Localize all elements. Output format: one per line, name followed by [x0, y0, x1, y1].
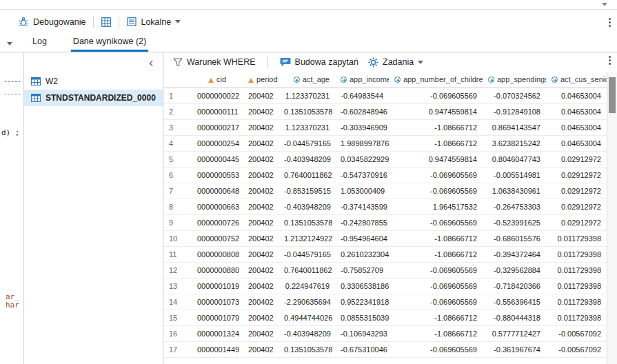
table-row[interactable]: 50000000445200402-0.4039482090.034582292…: [163, 151, 607, 167]
data-cell: 1.123370231: [279, 119, 335, 135]
where-filter-button[interactable]: Warunek WHERE: [170, 55, 259, 69]
table-row[interactable]: 1300000010192004020.2249476190.330653818…: [163, 278, 607, 294]
tasks-label: Zadania: [383, 57, 414, 67]
bug-icon: [18, 17, 29, 27]
data-cell: 0.02912972: [546, 214, 607, 230]
data-cell: 200402: [243, 119, 279, 135]
data-cell: -0.954964604: [335, 230, 389, 246]
table-row[interactable]: 110000000808200402-0.0445791650.26102323…: [163, 246, 607, 262]
data-cell: -0.069605569: [389, 294, 483, 310]
table-row[interactable]: 40000000254200402-0.0445791651.989899787…: [163, 135, 607, 151]
data-cell: -0.044579165: [279, 246, 335, 262]
column-header-app_spendings[interactable]: app_spendings: [483, 72, 546, 88]
vertical-scrollbar[interactable]: [607, 72, 617, 364]
table-row[interactable]: 300000002172004021.123370231-0.303946909…: [163, 119, 607, 135]
table-row[interactable]: 900000007262004020.1351053578-0.24280785…: [163, 214, 607, 230]
column-header-cid[interactable]: cid: [192, 72, 243, 88]
data-cell: 1.9898997876: [335, 135, 389, 151]
column-header-period[interactable]: period: [243, 72, 279, 88]
data-cell: 0.8046047743: [483, 151, 546, 167]
data-cell: -0.242807855: [335, 214, 389, 230]
local-dropdown[interactable]: Lokalne: [124, 15, 183, 29]
column-label: app_number_of_children: [403, 75, 483, 83]
column-header-act_cus_senior[interactable]: act_cus_senior: [546, 72, 607, 88]
row-number-cell: 4: [163, 135, 192, 151]
data-cell: 0.1351053578: [279, 103, 335, 119]
tab-dane-wynikowe-2-[interactable]: Dane wynikowe (2): [71, 34, 148, 52]
data-cell: 0.9474559814: [389, 151, 483, 167]
numeric-type-icon: [488, 77, 494, 83]
data-cell: -1.08666712: [389, 246, 483, 262]
data-cell: 1.123370231: [279, 88, 335, 103]
top-strip: [0, 0, 617, 10]
query-builder-button[interactable]: Budowa zapytań: [277, 55, 361, 69]
data-cell: 200402: [243, 151, 279, 167]
datasets-panel: W2STNDSTANDARDIZED_0000: [24, 52, 163, 364]
table-row[interactable]: 160000001324200402-0.403948209-0.1069432…: [163, 325, 607, 341]
column-header-act_age[interactable]: act_age: [279, 72, 335, 88]
dataset-item[interactable]: W2: [24, 73, 163, 90]
more-options-icon[interactable]: [609, 59, 611, 61]
table-row[interactable]: 70000000648200402-0.8531595151.053000409…: [163, 183, 607, 199]
grid-view-button[interactable]: [99, 15, 114, 29]
results-toolbar: Warunek WHERE Budowa zapytań: [163, 52, 617, 72]
code-editor-strip[interactable]: ----- ----- d) ; ar_ har: [0, 52, 24, 364]
dataset-item[interactable]: STNDSTANDARDIZED_0000: [24, 90, 163, 106]
data-cell: 1.0638430961: [483, 183, 546, 199]
data-cell: 0.0855315039: [335, 310, 389, 325]
data-cell: -0.64983544: [335, 88, 389, 103]
dataset-name: W2: [45, 77, 58, 86]
data-cell: 0.011729398: [546, 310, 607, 325]
table-row[interactable]: 80000000663200402-0.403948209-0.37414359…: [163, 199, 607, 214]
data-cell: 0000000648: [192, 183, 243, 199]
column-header-app_number_of_children[interactable]: app_number_of_children: [389, 72, 483, 88]
column-label: cid: [216, 75, 226, 83]
tab-log[interactable]: Log: [30, 34, 49, 52]
data-cell: 0000001019: [192, 278, 243, 294]
tab-overflow-caret[interactable]: [7, 42, 12, 46]
tasks-dropdown[interactable]: Zadania: [365, 55, 426, 70]
chevron-down-icon[interactable]: [602, 3, 607, 6]
row-number-cell: 15: [163, 310, 192, 325]
table-row[interactable]: 200000001112004020.1351053578-0.60284894…: [163, 103, 607, 119]
table-row[interactable]: 1700000014492004020.1351053578-0.6753100…: [163, 341, 607, 357]
table-row[interactable]: 600000005532004020.7640011862-0.54737091…: [163, 167, 607, 183]
data-cell: -0.718420366: [483, 278, 546, 294]
debug-button[interactable]: Debugowanie: [15, 14, 88, 29]
data-cell: 0.5777712427: [483, 325, 546, 341]
data-cell: 1.964517532: [389, 199, 483, 214]
row-number-cell: 16: [163, 325, 192, 341]
collapse-panel-button[interactable]: [148, 58, 157, 68]
data-cell: 0000000111: [192, 103, 243, 119]
data-cell: 0.2610232304: [335, 246, 389, 262]
row-number-cell: 12: [163, 262, 192, 278]
data-cell: -0.044579165: [279, 135, 335, 151]
data-cell: 200402: [243, 183, 279, 199]
table-icon: [31, 94, 41, 102]
data-cell: 0000000445: [192, 151, 243, 167]
document-list-icon: [127, 17, 136, 26]
data-cell: -1.08666712: [389, 230, 483, 246]
data-cell: -0.523991625: [483, 214, 546, 230]
data-cell: 0.011729398: [546, 230, 607, 246]
data-cell: -0.880444318: [483, 310, 546, 325]
column-header-app_income[interactable]: app_income: [335, 72, 389, 88]
table-row[interactable]: 1000000007522004021.2132124922-0.9549646…: [163, 230, 607, 246]
data-cell: 0.3306538186: [335, 278, 389, 294]
scrollbar-thumb[interactable]: [609, 77, 616, 113]
gear-icon: [368, 57, 378, 68]
data-cell: 0000000880: [192, 262, 243, 278]
table-row[interactable]: 140000001073200402-2.2906356940.95223419…: [163, 294, 607, 310]
row-number-cell: 7: [163, 183, 192, 199]
grid-icon: [101, 17, 111, 27]
table-row[interactable]: 1500000010792004020.49447440260.08553150…: [163, 310, 607, 325]
row-number-cell: 11: [163, 246, 192, 262]
data-cell: 200402: [243, 199, 279, 214]
data-cell: -0.069605569: [389, 183, 483, 199]
data-cell: -0.00567092: [546, 325, 607, 341]
row-number-cell: 17: [163, 341, 192, 357]
table-row[interactable]: 1200000008802004020.7640011862-0.7585270…: [163, 262, 607, 278]
separator: [267, 57, 268, 68]
more-options-icon[interactable]: [609, 21, 611, 23]
table-row[interactable]: 100000000222004021.123370231-0.64983544-…: [163, 88, 607, 103]
